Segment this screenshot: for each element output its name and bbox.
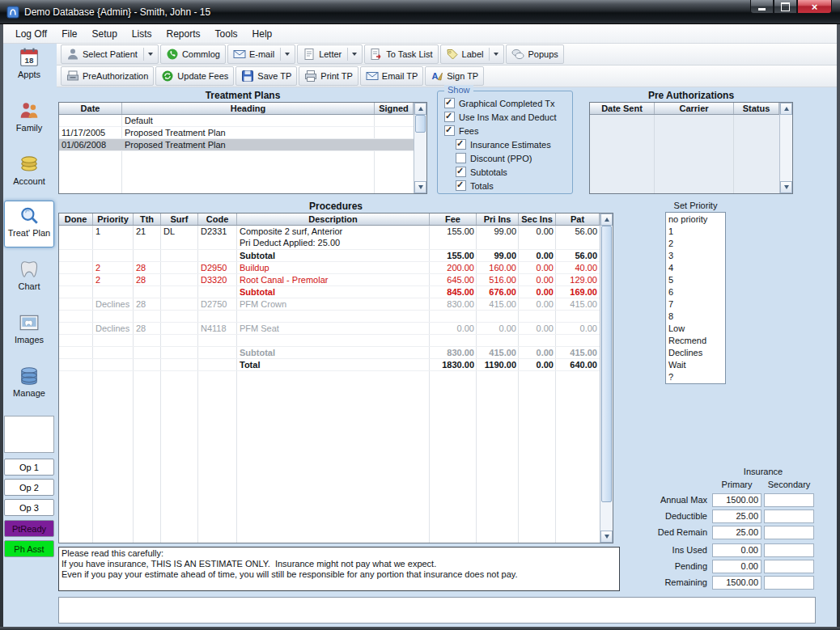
toolbar-button-print-tp[interactable]: Print TP [299,66,358,86]
scroll-down-button[interactable] [600,531,613,543]
procedure-row[interactable]: Subtotal830.00415.000.00415.00 [59,347,600,359]
toolbar-button-label[interactable]: Label [440,44,505,64]
show-option-subtotals[interactable]: Subtotals [456,167,572,177]
sidebar-module-family[interactable]: Family [4,100,54,133]
grid-header-cell-carrier[interactable]: Carrier [655,103,734,114]
toolbar-button-select-patient[interactable]: Select Patient [61,44,159,64]
set-priority-listbox[interactable]: no priority12345678LowRecmendDeclinesWai… [665,212,726,384]
sidebar-button-op-2[interactable]: Op 2 [4,479,54,496]
menu-item-setup[interactable]: Setup [84,26,124,42]
procedure-row[interactable] [59,335,600,347]
priority-option-2[interactable]: 2 [666,238,725,250]
toolbar-button-commlog[interactable]: Commlog [160,44,226,64]
checkbox-subtotals[interactable] [456,167,466,177]
scroll-track[interactable] [414,115,426,181]
show-option-totals[interactable]: Totals [456,180,572,191]
dropdown-arrow-icon[interactable] [285,53,290,56]
scroll-down-button[interactable] [780,181,792,193]
menu-item-file[interactable]: File [54,26,84,42]
checkbox-graphical-completed-tx[interactable] [444,98,455,108]
grid-header-cell-description[interactable]: Description [237,214,430,225]
priority-option-item[interactable]: ? [666,371,725,383]
priority-option-declines[interactable]: Declines [666,347,725,359]
priority-option-5[interactable]: 5 [666,274,725,286]
grid-header-cell-pat[interactable]: Pat [556,214,600,225]
sidebar-module-account[interactable]: Account [4,154,54,186]
toolbar-button-to-task-list[interactable]: To Task List [364,44,438,64]
checkbox-discount-ppo[interactable] [456,153,466,163]
grid-header-cell-signed[interactable]: Signed [375,103,414,114]
procedure-row[interactable] [59,311,600,323]
show-option-discount-ppo[interactable]: Discount (PPO) [456,153,572,163]
sidebar-module-images[interactable]: Images [4,312,54,345]
sidebar-module-appts[interactable]: 18Appts [4,47,54,79]
priority-option-4[interactable]: 4 [666,262,725,274]
menu-item-help[interactable]: Help [245,26,280,42]
dropdown-arrow-icon[interactable] [494,53,498,56]
show-option-graphical-completed-tx[interactable]: Graphical Completed Tx [444,98,572,108]
vertical-scrollbar[interactable] [779,103,792,193]
show-option-fees[interactable]: Fees [444,125,572,136]
treatment-plan-row[interactable]: 01/06/2008Proposed Treatment Plan [59,139,414,151]
procedure-row[interactable]: Total1830.001190.000.00640.00 [59,359,600,371]
dropdown-arrow-icon[interactable] [352,53,357,56]
priority-option-7[interactable]: 7 [666,298,725,311]
checkbox-fees[interactable] [444,125,455,136]
toolbar-button-sign-tp[interactable]: ASign TP [425,66,484,86]
show-option-use-ins-max-and-deduct[interactable]: Use Ins Max and Deduct [444,112,572,122]
toolbar-button-save-tp[interactable]: Save TP [235,66,297,86]
scroll-track[interactable] [780,115,792,181]
priority-option-recmend[interactable]: Recmend [666,335,725,347]
sidebar-button-ph-asst[interactable]: Ph Asst [4,540,54,557]
scroll-up-button[interactable] [780,103,792,115]
close-button[interactable]: × [797,0,832,14]
grid-header-cell-code[interactable]: Code [198,214,237,225]
grid-header-cell-date[interactable]: Date [59,103,122,114]
toolbar-button-e-mail[interactable]: E-mail [227,44,295,64]
procedure-row[interactable]: 121DLD2331Composite 2 surf, AnteriorPri … [59,226,600,250]
priority-option-low[interactable]: Low [666,323,725,335]
checkbox-use-ins-max-and-deduct[interactable] [444,112,455,122]
sidebar-button-op-3[interactable]: Op 3 [4,499,54,516]
dropdown-arrow-icon[interactable] [148,53,153,56]
toolbar-button-update-fees[interactable]: Update Fees [155,66,234,86]
grid-header-cell-fee[interactable]: Fee [430,214,477,225]
procedure-row[interactable]: Subtotal155.0099.000.0056.00 [59,250,600,262]
toolbar-button-letter[interactable]: Letter [297,44,363,64]
grid-header-cell-sec-ins[interactable]: Sec Ins [519,214,556,225]
procedure-row[interactable]: Subtotal845.00676.000.00169.00 [59,286,600,298]
sidebar-button-ptready[interactable]: PtReady [4,520,54,537]
treatment-plan-row[interactable]: 11/17/2005Proposed Treatment Plan [59,127,414,139]
priority-option-1[interactable]: 1 [666,226,725,238]
grid-header-cell-date-sent[interactable]: Date Sent [590,103,655,114]
grid-header-cell-heading[interactable]: Heading [122,103,375,114]
toolbar-button-preauthorization[interactable]: PreAuthorization [61,66,154,86]
scroll-track[interactable] [600,226,613,531]
menu-item-log-off[interactable]: Log Off [8,26,54,42]
vertical-scrollbar[interactable] [600,214,613,543]
sidebar-module-treat-plan[interactable]: Treat' Plan [4,201,54,247]
grid-header-cell-priority[interactable]: Priority [93,214,134,225]
scroll-thumb[interactable] [415,115,426,133]
scroll-down-button[interactable] [414,181,426,193]
grid-header-cell-tth[interactable]: Tth [134,214,161,225]
sidebar-module-manage[interactable]: Manage [4,366,54,398]
priority-option-3[interactable]: 3 [666,250,725,262]
show-option-insurance-estimates[interactable]: Insurance Estimates [456,139,572,150]
menu-item-tools[interactable]: Tools [208,26,245,42]
priority-option-8[interactable]: 8 [666,311,725,323]
title-bar[interactable]: Demo Database {Admin} - Smith, John - 15… [0,0,840,24]
toolbar-button-popups[interactable]: Popups [506,44,563,64]
vertical-scrollbar[interactable] [414,103,426,193]
priority-option-6[interactable]: 6 [666,286,725,298]
maximize-button[interactable] [774,0,797,14]
scroll-up-button[interactable] [414,103,426,115]
sidebar-button-op-1[interactable]: Op 1 [4,459,54,476]
sidebar-module-chart[interactable]: Chart [4,259,54,291]
treatment-plan-row[interactable]: Default [59,115,414,127]
priority-option-no-priority[interactable]: no priority [666,214,725,226]
procedure-row[interactable]: 228D2950Buildup200.00160.000.0040.00 [59,262,600,274]
grid-header-cell-surf[interactable]: Surf [161,214,198,225]
grid-header-cell-done[interactable]: Done [59,214,93,225]
grid-header-cell-status[interactable]: Status [734,103,779,114]
